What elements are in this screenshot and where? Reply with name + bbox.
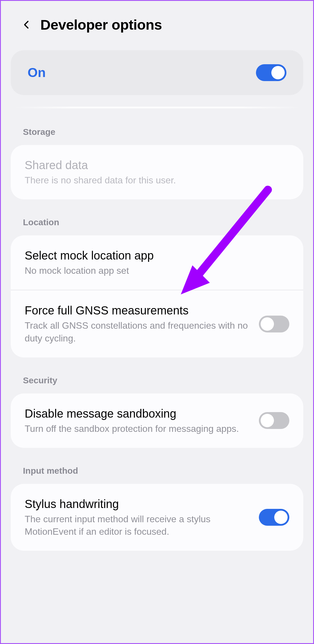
back-icon[interactable] xyxy=(22,20,32,30)
row-subtitle: The current input method will receive a … xyxy=(25,513,251,538)
row-title: Force full GNSS measurements xyxy=(25,303,251,318)
row-select-mock-location[interactable]: Select mock location app No mock locatio… xyxy=(11,235,303,290)
master-toggle-label: On xyxy=(28,65,46,80)
row-subtitle: No mock location app set xyxy=(25,264,289,277)
master-toggle-card[interactable]: On xyxy=(11,50,303,95)
card-storage: Shared data There is no shared data for … xyxy=(11,145,303,199)
row-force-gnss[interactable]: Force full GNSS measurements Track all G… xyxy=(11,290,303,357)
row-disable-sandboxing[interactable]: Disable message sandboxing Turn off the … xyxy=(11,393,303,448)
row-stylus-handwriting[interactable]: Stylus handwriting The current input met… xyxy=(11,484,303,551)
section-header-input-method: Input method xyxy=(2,459,312,484)
master-toggle[interactable] xyxy=(256,64,286,81)
card-security: Disable message sandboxing Turn off the … xyxy=(11,393,303,448)
header: Developer options xyxy=(2,2,312,50)
card-input-method: Stylus handwriting The current input met… xyxy=(11,484,303,551)
row-shared-data[interactable]: Shared data There is no shared data for … xyxy=(11,145,303,199)
row-subtitle: Track all GNSS constellations and freque… xyxy=(25,319,251,344)
row-subtitle: There is no shared data for this user. xyxy=(25,174,289,187)
section-header-storage: Storage xyxy=(2,120,312,145)
row-title: Select mock location app xyxy=(25,248,289,263)
toggle-disable-sandboxing[interactable] xyxy=(259,412,289,429)
row-title: Stylus handwriting xyxy=(25,497,251,511)
row-title: Shared data xyxy=(25,158,289,172)
section-header-security: Security xyxy=(2,368,312,393)
row-subtitle: Turn off the sandbox protection for mess… xyxy=(25,423,251,435)
section-header-location: Location xyxy=(2,210,312,235)
toggle-force-gnss[interactable] xyxy=(259,316,289,332)
divider xyxy=(14,107,300,108)
toggle-stylus-handwriting[interactable] xyxy=(259,509,289,526)
card-location: Select mock location app No mock locatio… xyxy=(11,235,303,357)
page-title: Developer options xyxy=(40,17,162,33)
row-title: Disable message sandboxing xyxy=(25,406,251,421)
